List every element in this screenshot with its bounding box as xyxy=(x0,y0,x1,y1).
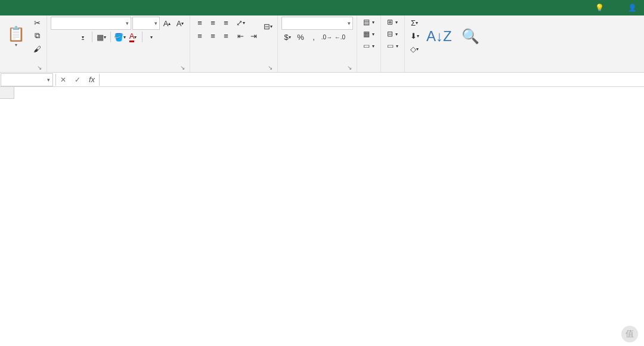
cancel-formula-button[interactable]: ✕ xyxy=(56,76,70,84)
merge-button[interactable]: ⊟▾ xyxy=(262,20,274,32)
font-size-combo[interactable]: ▾ xyxy=(132,17,160,30)
eraser-icon: ◇ xyxy=(410,45,416,54)
group-number-label: ↘ xyxy=(281,70,353,72)
enter-formula-button[interactable]: ✓ xyxy=(70,76,85,84)
paste-icon: 📋 xyxy=(7,26,25,42)
format-as-table-button[interactable]: ▦ ▾ xyxy=(361,29,377,39)
bucket-icon: 🪣 xyxy=(114,33,123,42)
formula-input[interactable] xyxy=(100,73,644,86)
group-styles-label xyxy=(361,70,377,72)
group-align-label: ↘ xyxy=(194,70,274,72)
chevron-down-icon[interactable]: ▾ xyxy=(45,77,52,83)
watermark-icon: 值 xyxy=(621,326,638,342)
group-editing: Σ▾ ⬇▾ ◇▾ A↓Z 🔍 xyxy=(405,15,487,72)
cell-styles-button[interactable]: ▭ ▾ xyxy=(361,40,377,51)
table-icon: ▦ xyxy=(363,30,370,38)
name-box[interactable]: ▾ xyxy=(1,73,53,86)
increase-indent-button[interactable]: ⇥ xyxy=(247,30,259,42)
formula-bar: ▾ ✕ ✓ fx xyxy=(0,73,644,87)
align-launcher-icon[interactable]: ↘ xyxy=(268,64,273,71)
menu-bar: 💡 👤 xyxy=(0,0,644,15)
merge-icon: ⊟ xyxy=(264,22,270,31)
decrease-font-button[interactable]: A▾ xyxy=(174,17,186,29)
increase-decimal-button[interactable]: .0→ xyxy=(321,31,333,43)
search-icon: 🔍 xyxy=(462,28,479,45)
group-clipboard: 📋 ▾ ✂ ⧉ 🖌 ↘ xyxy=(0,15,47,72)
copy-icon: ⧉ xyxy=(35,31,40,40)
font-color-button[interactable]: A▾ xyxy=(127,31,139,43)
bold-button[interactable] xyxy=(51,31,63,43)
format-cells-button[interactable]: ▭ ▾ xyxy=(385,40,401,51)
cellstyle-icon: ▭ xyxy=(363,42,370,50)
conditional-format-button[interactable]: ▤ ▾ xyxy=(361,17,377,27)
cut-button[interactable]: ✂ xyxy=(31,17,43,29)
accounting-button[interactable]: $▾ xyxy=(281,31,293,43)
group-clipboard-label: ↘ xyxy=(4,70,43,72)
copy-button[interactable]: ⧉ xyxy=(31,30,43,42)
align-middle-button[interactable]: ≡ xyxy=(207,17,219,29)
format-painter-button[interactable]: 🖌 xyxy=(31,43,43,55)
orientation-button[interactable]: ⤢▾ xyxy=(234,17,246,29)
border-icon: ▦ xyxy=(97,33,104,42)
align-bottom-button[interactable]: ≡ xyxy=(220,17,232,29)
border-button[interactable]: ▦▾ xyxy=(95,31,107,43)
lightbulb-icon: 💡 xyxy=(595,4,604,12)
group-number: ▾ $▾ % , .0→ ←.0 ↘ xyxy=(278,15,357,72)
cond-format-icon: ▤ xyxy=(363,18,370,26)
worksheet xyxy=(0,87,644,346)
ribbon: 📋 ▾ ✂ ⧉ 🖌 ↘ ▾ ▾ A▴ A▾ ▾ xyxy=(0,15,644,73)
increase-font-button[interactable]: A▴ xyxy=(161,17,173,29)
scissors-icon: ✂ xyxy=(34,18,41,27)
align-left-button[interactable]: ≡ xyxy=(194,30,206,42)
insert-icon: ⊞ xyxy=(387,18,393,26)
group-alignment: ≡ ≡ ≡ ≡ ≡ ≡ ⤢▾ ⇤ ⇥ xyxy=(190,15,278,72)
group-font: ▾ ▾ A▴ A▾ ▾ ▦▾ 🪣▾ A▾ ▾ ↘ xyxy=(47,15,190,72)
watermark: 值 xyxy=(621,326,640,342)
percent-button[interactable]: % xyxy=(295,31,306,43)
clipboard-launcher-icon[interactable]: ↘ xyxy=(37,64,42,71)
share-button[interactable]: 👤 xyxy=(621,0,644,15)
fx-icon[interactable]: fx xyxy=(85,75,99,84)
fill-color-button[interactable]: 🪣▾ xyxy=(114,31,126,43)
insert-cells-button[interactable]: ⊞ ▾ xyxy=(385,17,400,27)
font-launcher-icon[interactable]: ↘ xyxy=(180,64,185,71)
phonetic-button[interactable]: ▾ xyxy=(145,31,157,43)
paste-button[interactable]: 📋 ▾ xyxy=(4,17,29,56)
chevron-down-icon[interactable]: ▾ xyxy=(124,20,131,26)
align-center-button[interactable]: ≡ xyxy=(207,30,219,42)
italic-button[interactable] xyxy=(64,31,76,43)
group-cells: ⊞ ▾ ⊟ ▾ ▭ ▾ xyxy=(381,15,405,72)
sort-icon: A↓Z xyxy=(426,28,452,45)
chevron-down-icon[interactable]: ▾ xyxy=(153,20,159,26)
fill-button[interactable]: ⬇▾ xyxy=(408,30,420,42)
underline-button[interactable]: ▾ xyxy=(77,31,89,43)
find-select-button[interactable]: 🔍 xyxy=(458,17,483,56)
font-name-combo[interactable]: ▾ xyxy=(51,17,131,30)
select-all-corner[interactable] xyxy=(0,87,14,99)
group-font-label: ↘ xyxy=(51,70,186,72)
clear-button[interactable]: ◇▾ xyxy=(408,43,420,55)
currency-icon: $ xyxy=(284,33,288,42)
number-launcher-icon[interactable]: ↘ xyxy=(347,64,352,71)
align-top-button[interactable]: ≡ xyxy=(194,17,206,29)
group-cells-label xyxy=(385,70,401,72)
sort-filter-button[interactable]: A↓Z xyxy=(423,17,456,56)
decrease-decimal-button[interactable]: ←.0 xyxy=(334,31,346,43)
delete-icon: ⊟ xyxy=(387,30,393,38)
align-right-button[interactable]: ≡ xyxy=(220,30,232,42)
group-editing-label xyxy=(408,70,483,72)
comma-button[interactable]: , xyxy=(308,31,320,43)
tell-me[interactable] xyxy=(606,0,621,15)
fill-icon: ⬇ xyxy=(410,32,417,40)
decrease-indent-button[interactable]: ⇤ xyxy=(234,30,246,42)
autosum-button[interactable]: Σ▾ xyxy=(408,17,420,29)
number-format-combo[interactable]: ▾ xyxy=(281,17,353,30)
chevron-down-icon[interactable]: ▾ xyxy=(346,20,352,26)
wrap-text-button[interactable] xyxy=(262,17,274,19)
group-styles: ▤ ▾ ▦ ▾ ▭ ▾ xyxy=(357,15,381,72)
brush-icon: 🖌 xyxy=(33,45,41,54)
delete-cells-button[interactable]: ⊟ ▾ xyxy=(385,29,400,39)
format-icon: ▭ xyxy=(387,42,394,50)
